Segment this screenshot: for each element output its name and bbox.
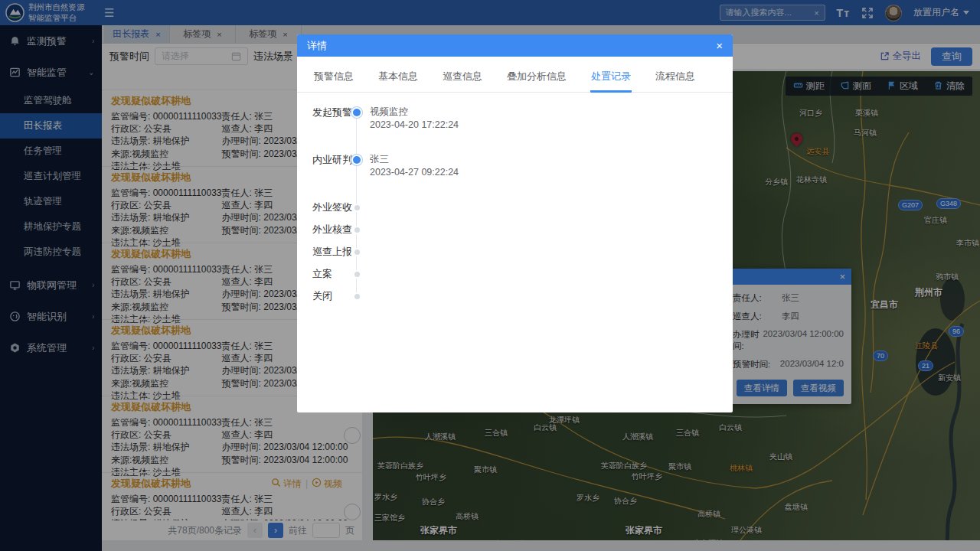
detail-modal: 详情 × 预警信息基本信息巡查信息叠加分析信息处置记录流程信息 发起预警视频监控… <box>297 34 733 412</box>
modal-tab-预警信息[interactable]: 预警信息 <box>313 64 354 93</box>
timeline-step-time: 2023-04-20 17:22:24 <box>370 119 459 132</box>
timeline-dot-wrap <box>352 223 361 233</box>
modal-tabbar: 预警信息基本信息巡查信息叠加分析信息处置记录流程信息 <box>297 64 733 93</box>
modal-tab-流程信息[interactable]: 流程信息 <box>655 64 696 93</box>
timeline-step-operator: 张三 <box>370 153 459 166</box>
modal-title: 详情 <box>307 39 327 53</box>
timeline-step-label: 发起预警 <box>312 106 352 119</box>
timeline-step-label: 立案 <box>312 267 352 280</box>
timeline-step: 内业研判张三2023-04-27 09:22:24 <box>312 153 733 201</box>
timeline-dot-wrap <box>352 106 361 116</box>
timeline-step-content: 张三2023-04-27 09:22:24 <box>370 153 459 179</box>
timeline-step-label: 内业研判 <box>312 153 352 166</box>
modal-close-icon[interactable]: × <box>716 39 723 52</box>
modal-header: 详情 × <box>297 34 733 57</box>
timeline-step-content: 视频监控2023-04-20 17:22:24 <box>370 106 459 132</box>
timeline-dot-wrap <box>352 153 361 164</box>
timeline-dot <box>353 109 361 116</box>
timeline-step-label: 巡查上报 <box>312 245 352 258</box>
timeline-dot <box>354 227 360 233</box>
modal-tab-处置记录[interactable]: 处置记录 <box>590 64 632 93</box>
app-root: 荆州市自然资源 智能监管平台 ☰ 请输入搜索内容... × Tт 放置用户名 <box>0 0 980 551</box>
timeline-step-time: 2023-04-27 09:22:24 <box>370 166 459 179</box>
timeline-step-label: 外业签收 <box>312 201 352 214</box>
timeline-dot-wrap <box>352 289 361 299</box>
timeline-dot <box>354 249 360 255</box>
modal-tab-基本信息[interactable]: 基本信息 <box>377 64 419 93</box>
timeline-step-label: 外业核查 <box>312 223 352 236</box>
timeline-dot <box>354 272 360 277</box>
timeline-step: 外业签收 <box>312 201 733 223</box>
timeline-step: 巡查上报 <box>312 245 733 267</box>
timeline-dot-wrap <box>352 201 361 210</box>
modal-tab-巡查信息[interactable]: 巡查信息 <box>442 64 483 93</box>
timeline-step: 外业核查 <box>312 223 733 245</box>
modal-tab-叠加分析信息[interactable]: 叠加分析信息 <box>506 64 567 93</box>
timeline-step: 发起预警视频监控2023-04-20 17:22:24 <box>312 106 733 153</box>
timeline-dot <box>354 205 360 210</box>
timeline-step: 立案 <box>312 267 733 289</box>
process-timeline: 发起预警视频监控2023-04-20 17:22:24内业研判张三2023-04… <box>297 93 733 311</box>
timeline-dot-wrap <box>352 267 361 277</box>
timeline-dot <box>353 156 361 164</box>
timeline-step-label: 关闭 <box>312 289 352 302</box>
timeline-dot-wrap <box>352 245 361 255</box>
timeline-step-operator: 视频监控 <box>370 106 459 119</box>
timeline-dot <box>354 294 360 299</box>
timeline-step: 关闭 <box>312 289 733 311</box>
